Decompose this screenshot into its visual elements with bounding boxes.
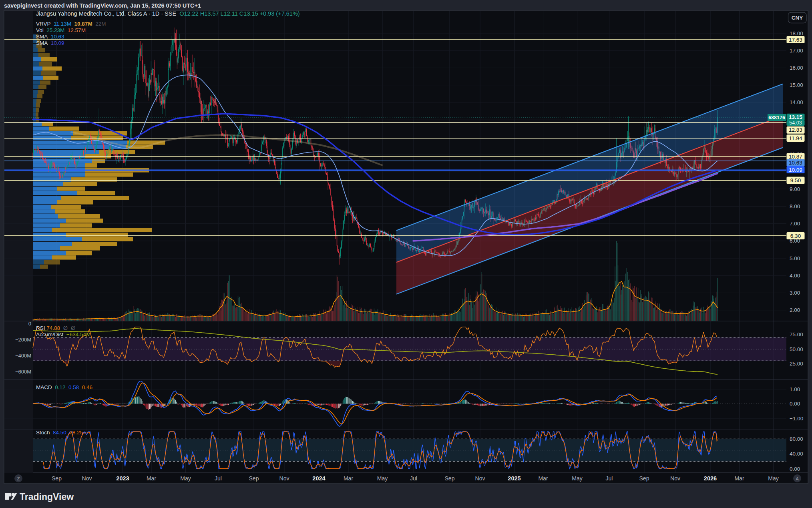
svg-text:May: May: [180, 475, 191, 482]
svg-text:14.00: 14.00: [790, 99, 803, 105]
svg-text:12.83: 12.83: [789, 127, 802, 133]
svg-text:2025: 2025: [508, 475, 521, 482]
svg-text:15.00: 15.00: [790, 82, 803, 88]
svg-text:Jul: Jul: [410, 475, 417, 482]
svg-text:0.00: 0.00: [790, 401, 800, 407]
svg-text:Nov: Nov: [82, 475, 92, 482]
svg-text:SMA 10.63: SMA 10.63: [36, 34, 64, 40]
svg-text:Nov: Nov: [279, 475, 289, 482]
svg-text:6.30: 6.30: [790, 233, 801, 239]
svg-text:−1.00: −1.00: [790, 416, 803, 422]
svg-text:8.00: 8.00: [790, 203, 800, 209]
svg-text:54:03: 54:03: [789, 120, 802, 126]
svg-text:1.00: 1.00: [790, 386, 800, 392]
svg-text:May: May: [572, 475, 582, 482]
svg-text:0: 0: [28, 321, 31, 327]
svg-text:9.00: 9.00: [790, 186, 800, 192]
svg-text:Mar: Mar: [734, 475, 744, 482]
svg-text:18.00: 18.00: [790, 30, 803, 36]
svg-text:savepiginvest created with Tra: savepiginvest created with TradingView.c…: [4, 2, 201, 9]
svg-text:17.00: 17.00: [790, 48, 803, 54]
svg-text:Sep: Sep: [52, 475, 62, 482]
svg-text:Jul: Jul: [215, 475, 222, 482]
svg-text:CNY: CNY: [792, 15, 803, 21]
svg-text:25.00: 25.00: [790, 361, 803, 367]
svg-text:688176: 688176: [768, 115, 785, 120]
svg-text:10.09: 10.09: [789, 167, 802, 173]
svg-text:Mar: Mar: [147, 475, 156, 482]
svg-text:2.00: 2.00: [790, 307, 800, 313]
svg-text:Mar: Mar: [344, 475, 353, 482]
svg-text:2023: 2023: [116, 475, 129, 482]
svg-text:2024: 2024: [312, 475, 325, 482]
svg-text:0.00: 0.00: [790, 466, 800, 472]
svg-text:9.50: 9.50: [790, 177, 801, 183]
svg-text:Jul: Jul: [606, 475, 613, 482]
svg-text:May: May: [377, 475, 388, 482]
svg-text:TradingView: TradingView: [20, 492, 74, 502]
svg-text:Z: Z: [17, 476, 20, 481]
svg-text:10.63: 10.63: [789, 160, 802, 166]
svg-text:−600M: −600M: [15, 369, 31, 375]
svg-text:MACD 0.12 0.58 0.46: MACD 0.12 0.58 0.46: [36, 384, 92, 390]
svg-text:16.00: 16.00: [790, 65, 803, 71]
svg-text:3.00: 3.00: [790, 290, 800, 296]
svg-text:Nov: Nov: [670, 475, 680, 482]
svg-text:40.00: 40.00: [790, 451, 803, 457]
svg-text:May: May: [768, 475, 778, 482]
svg-text:11.94: 11.94: [789, 135, 802, 141]
svg-text:Sep: Sep: [249, 475, 259, 482]
svg-text:4.00: 4.00: [790, 273, 800, 279]
svg-text:Nov: Nov: [475, 475, 485, 482]
svg-text:Vol 25.23M 12.57M: Vol 25.23M 12.57M: [36, 27, 86, 33]
svg-text:Sep: Sep: [445, 475, 455, 482]
svg-text:−400M: −400M: [15, 353, 31, 359]
svg-text:Sep: Sep: [639, 475, 649, 482]
svg-text:VRVP 11.13M 10.87M 22M: VRVP 11.13M 10.87M 22M: [36, 21, 106, 27]
svg-text:13.15: 13.15: [789, 114, 802, 120]
svg-text:7.00: 7.00: [790, 221, 800, 227]
svg-text:A: A: [796, 476, 799, 481]
svg-text:2026: 2026: [704, 475, 717, 482]
svg-text:SMA 10.09: SMA 10.09: [36, 40, 64, 46]
svg-text:Mar: Mar: [538, 475, 548, 482]
svg-text:80.00: 80.00: [790, 436, 803, 442]
svg-text:10.87: 10.87: [789, 154, 802, 160]
svg-text:Jiangsu Yahong Meditech Co., L: Jiangsu Yahong Meditech Co., Ltd. Class …: [36, 10, 300, 17]
svg-text:RSI 74.88 ∅ ∅: RSI 74.88 ∅ ∅: [36, 325, 76, 331]
svg-text:5.00: 5.00: [790, 255, 800, 261]
svg-text:17.63: 17.63: [789, 37, 802, 43]
svg-text:75.00: 75.00: [790, 331, 803, 337]
svg-text:Accum/Dist −634.54M: Accum/Dist −634.54M: [36, 331, 90, 337]
svg-text:Stoch 84.50 78.25: Stoch 84.50 78.25: [36, 430, 83, 436]
svg-text:−200M: −200M: [15, 337, 31, 343]
svg-text:50.00: 50.00: [790, 346, 803, 352]
